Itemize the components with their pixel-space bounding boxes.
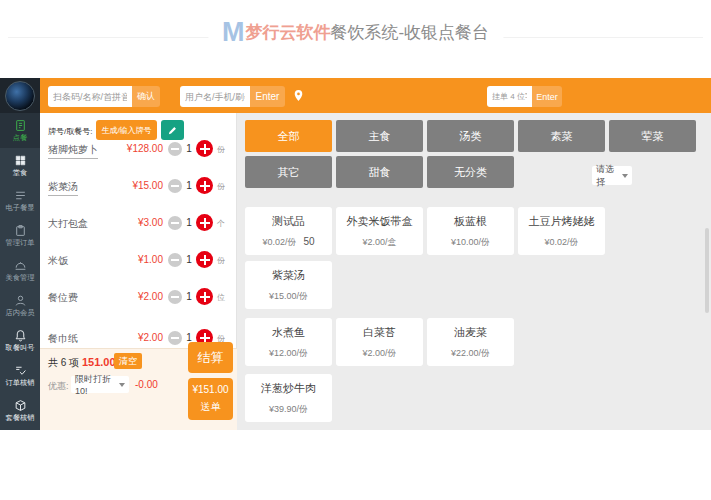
category-tab[interactable]: 汤类 <box>427 120 514 152</box>
product-card[interactable]: 板蓝根 ¥10.00/份 <box>427 207 514 255</box>
cart-total-amount: 151.00 <box>82 356 116 368</box>
sidebar-item-members[interactable]: 店内会员 <box>0 288 40 323</box>
user-avatar-box[interactable] <box>0 78 40 113</box>
quantity-increase-button[interactable] <box>196 214 213 231</box>
product-card[interactable]: 白菜苔 ¥2.00/份 <box>336 318 423 366</box>
product-row: 测试品 ¥0.02/份 50 外卖米饭带盒 ¥2.00/盒 板蓝根 ¥10.00… <box>245 207 605 255</box>
product-stock: 50 <box>303 236 314 247</box>
category-tab-all[interactable]: 全部 <box>245 120 332 152</box>
category-tab[interactable]: 荤菜 <box>609 120 696 152</box>
sidebar-item-combo-verify[interactable]: 套餐核销 <box>0 393 40 428</box>
quantity-decrease-button[interactable] <box>168 216 182 230</box>
product-price: ¥0.02/份 <box>262 236 296 249</box>
location-pin-icon[interactable] <box>292 89 305 102</box>
quantity-decrease-button[interactable] <box>168 253 182 267</box>
cart-item-name[interactable]: 餐位费 <box>48 291 78 305</box>
cart-item-price: ¥15.00 <box>132 180 163 191</box>
sidebar-item-emenu[interactable]: 电子餐显 <box>0 183 40 218</box>
product-name: 洋葱炒牛肉 <box>261 381 316 396</box>
page-title: 餐饮系统-收银点餐台 <box>330 21 489 44</box>
quantity-increase-button[interactable] <box>196 251 213 268</box>
generate-ticket-button[interactable]: 生成/输入牌号 <box>96 120 157 140</box>
quantity-increase-button[interactable] <box>196 288 213 305</box>
cart-item-price: ¥1.00 <box>138 254 163 265</box>
member-person-icon <box>14 294 27 307</box>
product-panel: 全部 主食 汤类 素菜 荤菜 其它 甜食 无分类 测试品 ¥0.02/份 50 … <box>237 113 711 430</box>
sidebar-item-call-number[interactable]: 取餐叫号 <box>0 323 40 358</box>
cart-item-name[interactable]: 猪脚炖萝卜 <box>48 143 98 159</box>
cart-item-row: 猪脚炖萝卜 ¥128.00 1 份 <box>40 138 237 160</box>
cart-item-unit: 份 <box>217 255 225 266</box>
member-input[interactable] <box>180 86 250 107</box>
bell-icon <box>14 329 27 342</box>
restore-select[interactable]: 请选择 <box>592 166 632 185</box>
cart-item-row: 米饭 ¥1.00 1 份 <box>40 249 237 271</box>
scrollbar-thumb[interactable] <box>705 228 709 313</box>
quantity-increase-button[interactable] <box>196 140 213 157</box>
product-card[interactable]: 紫菜汤 ¥15.00/份 <box>245 261 332 309</box>
ticket-number-label: 牌号/取餐号: <box>48 126 92 137</box>
cart-item-unit: 份 <box>217 181 225 192</box>
member-enter-button[interactable]: Enter <box>250 86 285 107</box>
product-name: 外卖米饭带盒 <box>347 214 413 229</box>
hold-enter-button[interactable]: Enter <box>532 86 562 107</box>
quantity-decrease-button[interactable] <box>168 142 182 156</box>
scan-input[interactable] <box>48 86 132 107</box>
product-card[interactable]: 测试品 ¥0.02/份 50 <box>245 207 332 255</box>
send-order-total: ¥151.00 <box>192 384 228 395</box>
send-order-button[interactable]: ¥151.00 送单 <box>188 378 233 420</box>
edit-ticket-button[interactable] <box>161 120 184 140</box>
product-name: 土豆片烤姥姥 <box>529 214 595 229</box>
product-price: ¥2.00/份 <box>362 347 396 360</box>
quantity-decrease-button[interactable] <box>168 290 182 304</box>
product-row: 水煮鱼 ¥12.00/份 白菜苔 ¥2.00/份 油麦菜 ¥22.00/份 <box>245 318 514 366</box>
category-row: 全部 主食 汤类 素菜 荤菜 <box>245 120 696 152</box>
category-tab[interactable]: 其它 <box>245 156 332 188</box>
sidebar-item-order[interactable]: 点餐 <box>0 113 40 148</box>
product-price: ¥2.00/盒 <box>362 236 396 249</box>
product-name: 测试品 <box>272 214 305 229</box>
hold-order-input[interactable] <box>487 86 532 107</box>
cart-item-quantity: 1 <box>184 143 194 154</box>
product-card[interactable]: 土豆片烤姥姥 ¥0.02/份 <box>518 207 605 255</box>
category-tab[interactable]: 甜食 <box>336 156 423 188</box>
product-card[interactable]: 水煮鱼 ¥12.00/份 <box>245 318 332 366</box>
quantity-decrease-button[interactable] <box>168 331 182 345</box>
sidebar-item-food-mgmt[interactable]: 美食管理 <box>0 253 40 288</box>
product-row: 紫菜汤 ¥15.00/份 <box>245 261 332 309</box>
cart-item-name[interactable]: 米饭 <box>48 254 68 268</box>
sidebar-nav: 点餐 堂食 电子餐显 管理订单 <box>0 113 40 430</box>
cart-item-unit: 个 <box>217 218 225 229</box>
send-order-label: 送单 <box>201 400 221 414</box>
checkout-button[interactable]: 结算 <box>188 342 233 373</box>
product-name: 紫菜汤 <box>272 268 305 283</box>
product-card[interactable]: 洋葱炒牛肉 ¥39.90/份 <box>245 374 332 422</box>
list-icon <box>14 189 27 202</box>
sidebar-item-order-verify[interactable]: 订单核销 <box>0 358 40 393</box>
product-row: 洋葱炒牛肉 ¥39.90/份 <box>245 374 332 422</box>
cart-item-name[interactable]: 餐巾纸 <box>48 332 78 346</box>
confirm-button[interactable]: 确认 <box>132 86 160 107</box>
sidebar-item-orders[interactable]: 管理订单 <box>0 218 40 253</box>
sidebar-item-dinein[interactable]: 堂食 <box>0 148 40 183</box>
cart-item-quantity: 1 <box>184 254 194 265</box>
product-price: ¥0.02/份 <box>544 236 578 249</box>
avatar <box>5 81 35 111</box>
quantity-decrease-button[interactable] <box>168 179 182 193</box>
cart-item-quantity: 1 <box>184 180 194 191</box>
cart-item-name[interactable]: 大打包盒 <box>48 217 88 231</box>
product-card[interactable]: 油麦菜 ¥22.00/份 <box>427 318 514 366</box>
category-tab[interactable]: 素菜 <box>518 120 605 152</box>
brand-logo: M <box>222 19 243 46</box>
product-card[interactable]: 外卖米饭带盒 ¥2.00/盒 <box>336 207 423 255</box>
category-tab[interactable]: 无分类 <box>427 156 514 188</box>
clear-cart-button[interactable]: 清空 <box>114 353 142 369</box>
discount-label: 优惠: <box>48 380 69 393</box>
discount-select[interactable]: 限时打折10! <box>71 376 129 393</box>
cart-item-unit: 份 <box>217 144 225 155</box>
package-box-icon <box>14 399 27 412</box>
quantity-increase-button[interactable] <box>196 177 213 194</box>
category-tab[interactable]: 主食 <box>336 120 423 152</box>
cart-item-name[interactable]: 紫菜汤 <box>48 180 78 196</box>
brand-name: 梦行云软件 <box>245 21 330 44</box>
